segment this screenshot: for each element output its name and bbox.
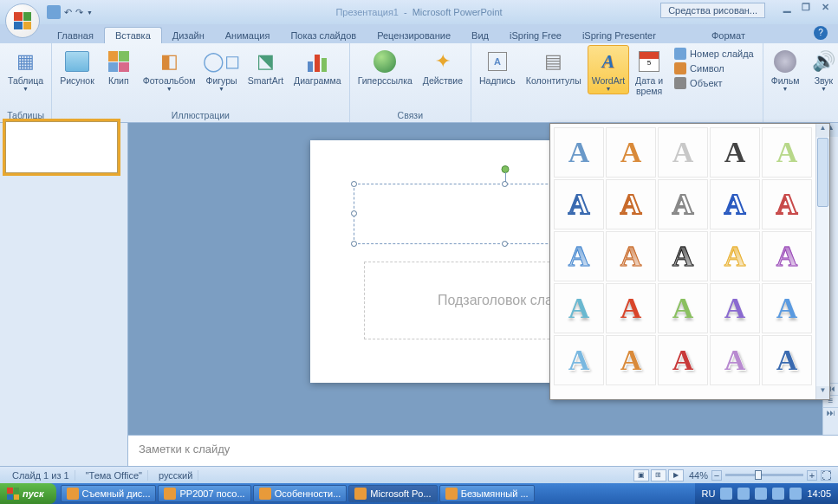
wordart-style-11[interactable]: A: [554, 231, 604, 281]
contextual-tab-drawing-tools[interactable]: Средства рисован...: [660, 3, 765, 18]
slideshow-view-button[interactable]: ▶: [668, 469, 684, 481]
scrollbar-thumb[interactable]: [817, 138, 828, 207]
wordart-style-20[interactable]: A: [762, 283, 812, 333]
zoom-out-button[interactable]: −: [711, 470, 722, 481]
datetime-button[interactable]: 5Дата и время: [631, 45, 667, 99]
qat-redo-icon[interactable]: ↷: [75, 7, 83, 18]
wordart-style-18[interactable]: A: [658, 283, 708, 333]
wordart-style-10[interactable]: A: [762, 179, 812, 229]
slide-thumbnail-1[interactable]: [5, 121, 118, 173]
taskbar-task[interactable]: Особенности...: [253, 485, 348, 502]
wordart-style-24[interactable]: A: [710, 335, 760, 385]
language-indicator[interactable]: русский: [153, 470, 198, 481]
zoom-slider[interactable]: [725, 474, 803, 476]
wordart-style-3[interactable]: A: [658, 127, 708, 178]
wordart-style-16[interactable]: A: [554, 283, 604, 333]
textbox-button[interactable]: AНадпись: [475, 45, 520, 89]
tray-icon[interactable]: [772, 488, 784, 500]
scroll-up-icon[interactable]: ▲: [816, 124, 829, 137]
movie-button[interactable]: Фильм▼: [767, 45, 804, 94]
notes-pane[interactable]: Заметки к слайду: [128, 435, 838, 466]
tab-insert[interactable]: Вставка: [104, 27, 162, 43]
clock[interactable]: 14:05: [807, 488, 831, 499]
scroll-down-icon[interactable]: ▼: [816, 386, 829, 399]
resize-handle[interactable]: [351, 210, 357, 216]
wordart-style-23[interactable]: A: [658, 335, 708, 385]
resize-handle[interactable]: [351, 181, 357, 187]
resize-handle[interactable]: [351, 241, 357, 247]
taskbar-task[interactable]: Безымянный ...: [439, 485, 535, 502]
wordart-style-13[interactable]: A: [658, 231, 708, 281]
tray-icon[interactable]: [737, 488, 750, 500]
sorter-view-button[interactable]: ⊞: [651, 469, 666, 481]
clipart-button[interactable]: Клип: [101, 45, 137, 89]
picture-button[interactable]: Рисунок: [55, 45, 99, 89]
tab-ispring-presenter[interactable]: iSpring Presenter: [572, 28, 666, 43]
wordart-style-17[interactable]: A: [606, 283, 656, 333]
wordart-style-1[interactable]: A: [554, 127, 604, 178]
tray-icon[interactable]: [755, 488, 767, 500]
chart-button[interactable]: Диаграмма: [289, 45, 346, 89]
tab-review[interactable]: Рецензирование: [367, 28, 461, 43]
tab-format[interactable]: Формат: [701, 28, 756, 43]
qat-undo-icon[interactable]: ↶: [64, 7, 72, 18]
wordart-style-14[interactable]: A: [710, 231, 760, 281]
wordart-style-4[interactable]: A: [710, 127, 760, 178]
start-button[interactable]: пуск: [0, 483, 56, 504]
symbol-button[interactable]: Символ: [671, 61, 757, 75]
restore-button[interactable]: ❐: [798, 2, 814, 13]
wordart-style-9[interactable]: A: [710, 179, 760, 229]
fit-window-button[interactable]: ⛶: [821, 470, 831, 481]
slide-thumbnail-pane[interactable]: [0, 123, 128, 466]
smartart-button[interactable]: ⬔SmartArt: [244, 45, 288, 89]
zoom-in-button[interactable]: +: [807, 470, 817, 481]
slidenumber-button[interactable]: Номер слайда: [671, 47, 757, 61]
zoom-level[interactable]: 44%: [689, 470, 708, 481]
tab-design[interactable]: Дизайн: [162, 28, 215, 43]
shapes-button[interactable]: ◯◻Фигуры▼: [201, 45, 241, 94]
tray-icon[interactable]: [720, 488, 732, 500]
wordart-style-12[interactable]: A: [606, 231, 656, 281]
minimize-button[interactable]: ▁: [779, 2, 795, 13]
wordart-style-25[interactable]: A: [762, 335, 812, 385]
taskbar-task[interactable]: PP2007 посо...: [158, 485, 250, 502]
table-button[interactable]: ▦ Таблица ▼: [3, 45, 48, 94]
action-button[interactable]: ✦Действие: [419, 45, 467, 89]
taskbar-task[interactable]: Съемный дис...: [61, 485, 157, 502]
wordart-button[interactable]: AWordArt▼: [588, 45, 629, 94]
object-button[interactable]: Объект: [671, 76, 757, 90]
tab-animation[interactable]: Анимация: [215, 28, 281, 43]
headerfooter-button[interactable]: ▤Колонтитулы: [522, 45, 586, 89]
qat-save-icon[interactable]: [47, 5, 61, 19]
resize-handle[interactable]: [502, 181, 508, 187]
next-slide-icon[interactable]: ⏭: [823, 407, 838, 419]
tab-home[interactable]: Главная: [47, 28, 104, 43]
language-indicator[interactable]: RU: [702, 488, 716, 499]
wordart-style-15[interactable]: A: [762, 231, 812, 281]
tab-view[interactable]: Вид: [461, 28, 499, 43]
slide-indicator: Слайд 1 из 1: [7, 470, 75, 481]
wordart-style-7[interactable]: A: [606, 179, 656, 229]
wordart-style-22[interactable]: A: [606, 335, 656, 385]
wordart-style-8[interactable]: A: [658, 179, 708, 229]
wordart-style-6[interactable]: A: [554, 179, 604, 229]
taskbar-task[interactable]: Microsoft Po...: [348, 485, 437, 502]
zoom-slider-thumb[interactable]: [755, 470, 762, 480]
sound-button[interactable]: 🔊Звук▼: [805, 45, 838, 94]
resize-handle[interactable]: [502, 241, 508, 247]
tray-icon[interactable]: [789, 488, 802, 500]
photoalbum-button[interactable]: ◧Фотоальбом▼: [139, 45, 200, 94]
help-icon[interactable]: ?: [814, 26, 828, 40]
office-button[interactable]: [5, 3, 40, 38]
close-button[interactable]: ✕: [817, 2, 833, 13]
qat-dropdown-icon[interactable]: ▼: [87, 10, 93, 16]
wordart-style-5[interactable]: A: [762, 127, 812, 178]
normal-view-button[interactable]: ▣: [633, 469, 649, 481]
wordart-style-19[interactable]: A: [710, 283, 760, 333]
tab-slideshow[interactable]: Показ слайдов: [280, 28, 367, 43]
hyperlink-button[interactable]: Гиперссылка: [354, 45, 417, 89]
tab-ispring-free[interactable]: iSpring Free: [499, 28, 572, 43]
wordart-style-2[interactable]: A: [606, 127, 656, 178]
gallery-scrollbar[interactable]: ▲ ▼: [815, 124, 829, 399]
wordart-style-21[interactable]: A: [554, 335, 604, 385]
